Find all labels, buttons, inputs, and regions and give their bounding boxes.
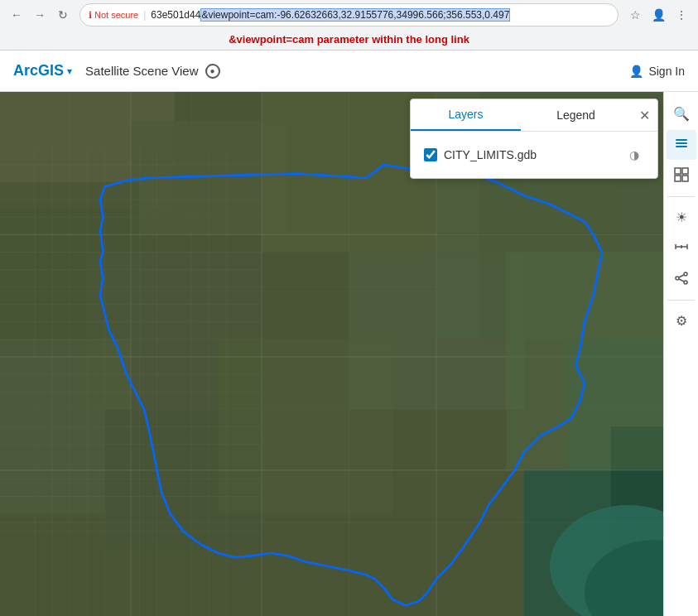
search-icon: 🔍 — [673, 106, 690, 122]
svg-point-67 — [676, 277, 679, 280]
daylight-toolbar-button[interactable]: ☀ — [667, 202, 696, 232]
svg-rect-55 — [676, 146, 687, 147]
basemap-icon — [674, 167, 689, 185]
share-icon — [674, 271, 689, 289]
measure-icon — [674, 239, 689, 257]
layers-icon — [674, 136, 689, 154]
reload-button[interactable]: ↻ — [53, 5, 73, 25]
url-annotation-bar: &viewpoint=cam parameter within the long… — [0, 30, 698, 50]
search-toolbar-button[interactable]: 🔍 — [667, 99, 696, 128]
basemap-toolbar-button[interactable] — [667, 161, 696, 191]
sign-in-label: Sign In — [648, 65, 685, 78]
svg-line-70 — [679, 279, 684, 282]
back-button[interactable]: ← — [7, 5, 26, 25]
layer-name: CITY_LIMITS.gdb — [444, 148, 618, 161]
svg-point-68 — [684, 281, 687, 284]
bookmark-button[interactable]: ☆ — [625, 5, 645, 25]
app-bar-title: Satellite Scene View ● — [85, 64, 219, 79]
panel-close-button[interactable]: ✕ — [631, 100, 657, 130]
url-highlighted-param: &viewpoint=cam:-96.62632663,32.9155776,3… — [200, 8, 510, 22]
map-toolbar: 🔍 ☀ — [663, 92, 698, 616]
svg-point-66 — [684, 272, 687, 276]
browser-toolbar: ← → ↻ ℹ Not secure | 63e501d44 &viewpoin… — [0, 0, 698, 30]
url-annotation-text: &viewpoint=cam parameter within the long… — [229, 33, 469, 46]
app-bar: ArcGIS ▾ Satellite Scene View ● 👤 Sign I… — [0, 51, 698, 92]
nav-buttons: ← → ↻ — [7, 5, 73, 25]
svg-line-69 — [679, 275, 684, 277]
share-toolbar-button[interactable] — [667, 265, 696, 295]
layer-checkbox[interactable] — [424, 148, 437, 161]
svg-rect-58 — [675, 168, 681, 174]
panel-content: CITY_LIMITS.gdb ◑ — [411, 132, 657, 178]
user-icon: 👤 — [629, 65, 643, 78]
account-button[interactable]: 👤 — [648, 5, 668, 25]
layers-toolbar-button[interactable] — [667, 130, 696, 160]
forward-button[interactable]: → — [30, 5, 50, 25]
arcgis-logo-text: ArcGIS — [13, 62, 64, 79]
daylight-icon: ☀ — [676, 209, 687, 225]
svg-rect-59 — [682, 168, 688, 174]
arcgis-caret-icon: ▾ — [67, 65, 72, 77]
address-bar[interactable]: ℹ Not secure | 63e501d44 &viewpoint=cam:… — [79, 3, 619, 26]
settings-toolbar-button[interactable]: ⚙ — [667, 306, 696, 335]
svg-rect-56 — [676, 142, 687, 144]
not-secure-label: ℹ Not secure — [89, 10, 138, 21]
menu-button[interactable]: ⋮ — [672, 5, 691, 25]
lock-icon: ℹ — [89, 10, 92, 21]
svg-rect-61 — [682, 176, 688, 181]
tab-legend[interactable]: Legend — [521, 100, 631, 130]
svg-rect-57 — [676, 139, 687, 141]
browser-chrome: ← → ↻ ℹ Not secure | 63e501d44 &viewpoin… — [0, 0, 698, 51]
toolbar-separator-1 — [667, 196, 695, 197]
toolbar-separator-2 — [667, 300, 695, 301]
layer-options-button[interactable]: ◑ — [624, 145, 644, 165]
sign-in-button[interactable]: 👤 Sign In — [629, 65, 685, 78]
measure-toolbar-button[interactable] — [667, 233, 696, 263]
url-base: 63e501d44 — [151, 9, 200, 21]
tab-layers[interactable]: Layers — [411, 99, 521, 131]
map-container[interactable]: Layers Legend ✕ CITY_LIMITS.gdb ◑ 🔍 — [0, 92, 698, 616]
scene-title-text: Satellite Scene View — [85, 64, 198, 78]
layer-item: CITY_LIMITS.gdb ◑ — [424, 142, 644, 168]
settings-icon: ⚙ — [676, 313, 687, 329]
browser-actions: ☆ 👤 ⋮ — [625, 5, 691, 25]
globe-icon: ● — [205, 64, 220, 79]
arcgis-logo[interactable]: ArcGIS ▾ — [13, 62, 72, 79]
layers-panel: Layers Legend ✕ CITY_LIMITS.gdb ◑ — [410, 99, 658, 179]
url-separator: | — [143, 9, 146, 21]
panel-header: Layers Legend ✕ — [411, 99, 657, 132]
svg-rect-60 — [675, 176, 681, 181]
